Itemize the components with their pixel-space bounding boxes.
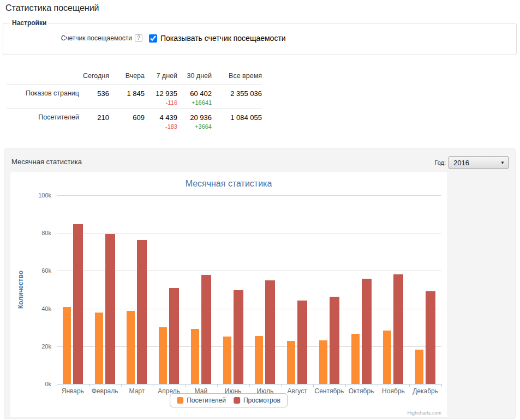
legend-swatch-icon	[234, 397, 240, 404]
stats-header-30days: 30 дней	[177, 69, 212, 85]
year-control: Год: 2016 ▼	[434, 156, 509, 169]
stats-header-yesterday: Вчера	[109, 69, 145, 85]
delta-badge: +3664	[177, 123, 212, 130]
stats-header-empty	[7, 69, 79, 85]
page: Статистика посещений Настройки Счетчик п…	[0, 0, 520, 420]
visit-counter-checkbox[interactable]	[149, 34, 157, 43]
chart-bar-просмотров[interactable]	[330, 297, 339, 384]
help-icon[interactable]: ?	[135, 34, 142, 42]
chart-bar-посетителей[interactable]	[127, 311, 135, 384]
monthly-chart: Месячная статистика Количество Посетител…	[10, 172, 447, 417]
year-select[interactable]: 2016	[449, 156, 509, 169]
settings-fieldset: Настройки Счетчик посещаемости ? Показыв…	[3, 19, 517, 55]
y-axis-title: Количество	[17, 271, 25, 309]
gridline	[57, 195, 441, 196]
cell-value: 12 935 -116	[145, 85, 177, 109]
stats-header-7days: 7 дней	[145, 69, 177, 85]
chart-bar-посетителей[interactable]	[191, 329, 199, 384]
chart-bar-посетителей[interactable]	[255, 336, 263, 384]
chart-bar-просмотров[interactable]	[265, 280, 275, 384]
cell-value: 609	[109, 109, 145, 133]
chart-title: Месячная статистика	[10, 179, 447, 189]
x-axis-category-label: Июль	[249, 387, 282, 395]
settings-legend: Настройки	[10, 19, 49, 27]
chart-bar-посетителей[interactable]	[63, 307, 71, 384]
stats-table: Сегодня Вчера 7 дней 30 дней Все время П…	[7, 69, 262, 133]
table-row-visitors: Посетителей 210 609 4 439 -183 20 936 +3…	[7, 109, 262, 133]
chart-bar-просмотров[interactable]	[73, 224, 83, 384]
chart-bar-просмотров[interactable]	[426, 291, 435, 384]
chart-bar-просмотров[interactable]	[234, 290, 243, 384]
delta-badge: -183	[145, 123, 177, 130]
visit-counter-row: Счетчик посещаемости ? Показывать счетчи…	[8, 34, 512, 43]
delta-badge: -116	[145, 99, 177, 106]
chart-bar-посетителей[interactable]	[319, 340, 327, 384]
x-axis-category-label: Март	[121, 387, 153, 395]
chart-bar-просмотров[interactable]	[393, 274, 403, 384]
chart-bar-посетителей[interactable]	[159, 327, 167, 384]
y-axis-tick-label: 60k	[13, 267, 51, 274]
chart-bar-просмотров[interactable]	[169, 288, 179, 384]
cell-value: 1 084 055	[212, 109, 262, 133]
cell-value: 2 355 036	[212, 85, 262, 109]
chart-bar-посетителей[interactable]	[287, 341, 295, 384]
cell-value: 4 439 -183	[145, 109, 177, 133]
x-axis-category-label: Август	[281, 387, 313, 395]
chart-bar-просмотров[interactable]	[137, 240, 147, 384]
chart-bar-просмотров[interactable]	[362, 279, 372, 384]
x-axis-category-label: Декабрь	[409, 387, 441, 395]
x-axis-category-label: Июнь	[217, 387, 249, 395]
x-axis-category-label: Ноябрь	[378, 387, 410, 395]
x-axis-category-label: Сентябрь	[313, 387, 345, 395]
cell-value: 60 402 +16641	[177, 85, 212, 109]
chart-bar-посетителей[interactable]	[415, 350, 423, 384]
x-axis-category-label: Апрель	[153, 387, 185, 395]
chart-bar-посетителей[interactable]	[383, 331, 391, 384]
stats-header-today: Сегодня	[79, 69, 109, 85]
chart-bar-просмотров[interactable]	[297, 301, 307, 384]
cell-value: 20 936 +3664	[177, 109, 212, 133]
x-axis-category-label: Май	[185, 387, 217, 395]
y-axis-tick-label: 40k	[13, 305, 51, 312]
cell-value: 1 845	[109, 85, 145, 109]
row-label-visitors: Посетителей	[7, 109, 79, 133]
y-axis-tick-label: 100k	[13, 192, 51, 199]
legend-item-просмотров[interactable]: Просмотров	[234, 397, 280, 404]
x-axis-tick	[441, 384, 442, 387]
x-axis-category-label: Февраль	[89, 387, 121, 395]
chart-credit[interactable]: Highcharts.com	[407, 410, 441, 416]
delta-badge: +16641	[177, 99, 212, 106]
legend-swatch-icon	[177, 397, 183, 404]
chart-bar-посетителей[interactable]	[351, 334, 360, 384]
x-axis-category-label: Январь	[57, 387, 89, 395]
legend-item-посетителей[interactable]: Посетителей	[177, 397, 226, 404]
y-axis-tick-label: 80k	[13, 230, 51, 236]
y-axis-tick-label: 0k	[13, 381, 51, 387]
y-axis-tick-label: 20k	[13, 343, 51, 350]
legend-label: Просмотров	[243, 397, 280, 404]
monthly-section-title: Месячная статистика	[11, 158, 82, 166]
monthly-stats-section: Месячная статистика Год: 2016 ▼ Месячная…	[4, 148, 516, 419]
stats-header-row: Сегодня Вчера 7 дней 30 дней Все время	[7, 69, 262, 85]
cell-value: 210	[79, 109, 109, 133]
chart-bar-просмотров[interactable]	[105, 234, 115, 384]
chart-bar-просмотров[interactable]	[201, 275, 211, 384]
chart-legend: ПосетителейПросмотров	[170, 393, 288, 407]
row-label-pageviews: Показов страниц	[7, 85, 79, 109]
table-row-pageviews: Показов страниц 536 1 845 12 935 -116 60…	[7, 85, 262, 109]
x-axis-category-label: Октябрь	[345, 387, 378, 395]
chart-bar-посетителей[interactable]	[223, 337, 231, 384]
cell-value: 536	[79, 85, 109, 109]
stats-header-alltime: Все время	[212, 69, 262, 85]
page-title: Статистика посещений	[5, 3, 99, 13]
legend-label: Посетителей	[187, 397, 226, 404]
chart-bar-посетителей[interactable]	[95, 313, 103, 384]
year-label: Год:	[434, 159, 446, 166]
visit-counter-checkbox-label[interactable]: Показывать счетчик посещаемости	[160, 34, 286, 43]
visit-counter-field-label: Счетчик посещаемости	[8, 34, 132, 42]
